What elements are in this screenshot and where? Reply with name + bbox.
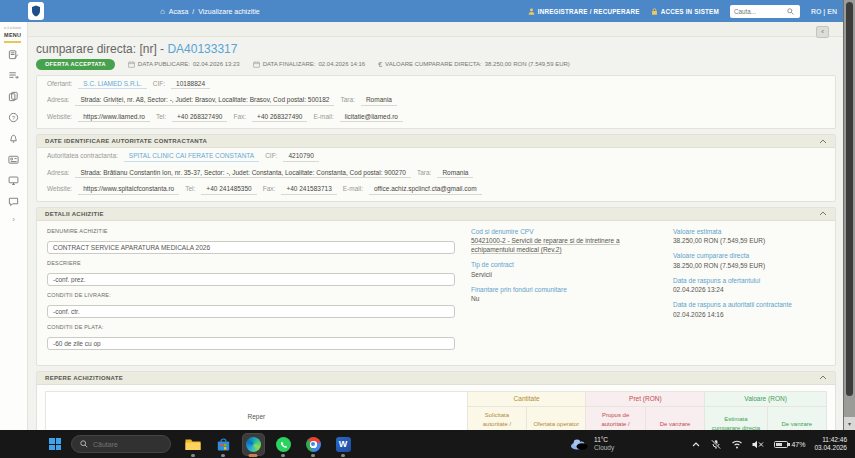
sidebar-expand-chevron[interactable]: ›	[0, 215, 27, 224]
breadcrumb-current: Vizualizare achizitie	[198, 8, 259, 15]
battery-indicator[interactable]: 47%	[774, 441, 805, 448]
ofertant-row-3: Website: https://www.liamed.ro Tel: +40 …	[37, 109, 835, 129]
vertical-scrollbar[interactable]: ▾	[843, 0, 855, 430]
site-search	[730, 5, 800, 18]
detalii-body: DENUMIRE ACHIZITIE DESCRIERE CONDITII DE…	[37, 221, 835, 365]
detalii-section-header: DETALII ACHIZITIE	[37, 208, 835, 221]
wifi-icon[interactable]	[731, 439, 743, 449]
descriere-input[interactable]	[47, 273, 455, 286]
euro-icon: €	[378, 61, 382, 68]
autoritate-tara: Romania	[437, 169, 473, 179]
detalii-info-column: Cod si denumire CPV 50421000-2 - Servici…	[471, 228, 657, 356]
scrollbar-down-button[interactable]: ▾	[844, 417, 855, 430]
sidebar-brand: e-Licitatie	[0, 22, 27, 30]
group-header-pret: Pret (RON)	[586, 391, 705, 406]
ofertant-fax: +40 268327490	[252, 113, 307, 123]
autoritate-section-header: DATE IDENTIFICARE AUTORITATE CONTRACTANT…	[37, 135, 835, 148]
news-icon[interactable]	[8, 49, 19, 60]
page-title: cumparare directa: [nr] - DA40133317	[36, 42, 836, 56]
start-button[interactable]	[49, 438, 61, 450]
whatsapp-icon	[276, 437, 291, 452]
taskbar-search[interactable]	[71, 435, 171, 453]
ofertant-cif: 10188824	[171, 80, 210, 90]
user-icon	[528, 8, 535, 15]
denumire-achizitie-input[interactable]	[47, 241, 455, 254]
data-raspuns-autoritate-group: Data de raspuns a autoritatii contractan…	[673, 301, 825, 319]
valoare-cumparare: € VALOARE CUMPARARE DIRECTA:38.250,00 RO…	[378, 61, 570, 68]
site-search-input[interactable]	[734, 8, 784, 15]
mic-muted-icon[interactable]	[710, 439, 722, 450]
taskbar-clock[interactable]: 11:42:46 03.04.2026	[814, 436, 847, 453]
chrome-app[interactable]	[301, 430, 325, 458]
cpv-group: Cod si denumire CPV 50421000-2 - Servici…	[471, 228, 657, 255]
seap-logo[interactable]	[28, 2, 44, 20]
file-explorer-app[interactable]	[181, 430, 205, 458]
search-icon[interactable]	[787, 8, 794, 15]
detalii-card: DETALII ACHIZITIE DENUMIRE ACHIZITIE DES…	[36, 207, 836, 366]
conditii-plata-input[interactable]	[47, 337, 455, 350]
svg-text:?: ?	[12, 115, 15, 121]
col-header-reper: Reper	[46, 391, 468, 430]
tip-contract-group: Tip de contract Servicii	[471, 261, 657, 279]
group-header-valoare: Valoare (RON)	[705, 391, 827, 406]
shield-icon	[31, 5, 41, 17]
collapse-chevron-icon[interactable]	[819, 139, 827, 144]
conditii-livrare-input[interactable]	[47, 305, 455, 318]
ofertant-card: Ofertant: S.C. LIAMED S.R.L. CIF: 101888…	[36, 75, 836, 130]
tip-contract-value: Servicii	[471, 270, 657, 279]
file-explorer-icon	[185, 438, 201, 451]
contact-card-icon[interactable]	[8, 154, 19, 165]
col-header-propus: Propus de autoritate / entitate	[586, 406, 645, 430]
field-label: CONDITII DE LIVRARE:	[47, 292, 455, 298]
ofertant-row-1: Ofertant: S.C. LIAMED S.R.L. CIF: 101888…	[37, 76, 835, 93]
tray-expand-chevron-icon[interactable]	[691, 440, 701, 448]
weather-condition: Cloudy	[594, 444, 614, 453]
word-icon: W	[336, 437, 351, 452]
edge-app[interactable]	[241, 430, 265, 458]
whatsapp-app[interactable]	[271, 430, 295, 458]
autoritate-row-2: Adresa: Strada: Brătianu Constantin Ion,…	[37, 165, 835, 182]
bell-icon[interactable]	[8, 133, 19, 144]
language-switch[interactable]: RO | EN	[811, 8, 837, 15]
autoritate-row-3: Website: https://www.spitalcfconstanta.r…	[37, 181, 835, 201]
copy-icon[interactable]	[8, 91, 19, 102]
autoritate-card: DATE IDENTIFICARE AUTORITATE CONTRACTANT…	[36, 134, 836, 202]
content-header-strip	[28, 22, 843, 37]
repere-table: Reper Cantitate Pret (RON) Valoare (RON)…	[45, 391, 827, 431]
microsoft-store-app[interactable]	[211, 430, 235, 458]
weather-widget[interactable]: 11°C Cloudy	[570, 430, 614, 458]
chat-icon[interactable]	[8, 196, 19, 207]
autoritate-email: office.achiz.spclincf.cta@gmail.com	[369, 185, 482, 195]
back-button[interactable]: ‹	[816, 26, 829, 38]
chrome-icon	[306, 437, 321, 452]
detalii-fields-column: DENUMIRE ACHIZITIE DESCRIERE CONDITII DE…	[47, 228, 455, 356]
clock-time: 11:42:46	[814, 436, 847, 445]
ofertant-name-link[interactable]: S.C. LIAMED S.R.L.	[78, 80, 147, 90]
volume-muted-icon[interactable]	[752, 440, 765, 449]
valoare-directa-group: Valoare cumparare directa 38.250,00 RON …	[673, 252, 825, 270]
help-icon[interactable]: ?	[8, 112, 19, 123]
taskbar-search-input[interactable]	[93, 441, 155, 448]
autoritate-name-link[interactable]: SPITAL CLINIC CAI FERATE CONSTANTA	[124, 152, 259, 162]
ofertant-tara: Romania	[361, 96, 397, 106]
edge-active-box	[243, 434, 264, 455]
word-app[interactable]: W	[331, 430, 355, 458]
monitor-icon[interactable]	[8, 175, 19, 186]
list-icon[interactable]	[8, 70, 19, 81]
access-link[interactable]: ACCES IN SISTEM	[651, 8, 719, 15]
cpv-value: 50421000-2 - Servicii de reparare si de …	[471, 236, 657, 254]
taskbar-apps: W	[181, 430, 355, 458]
topbar: ⌂ Acasa / Vizualizare achizitie INREGIST…	[0, 0, 855, 22]
lock-icon	[651, 8, 658, 15]
breadcrumb-home[interactable]: Acasa	[169, 8, 188, 15]
register-link[interactable]: INREGISTRARE / RECUPERARE	[528, 8, 640, 15]
data-publicare: DATA PUBLICARE:02.04.2026 13:23	[128, 61, 240, 68]
main-content: ‹ cumparare directa: [nr] - DA40133317 O…	[28, 22, 843, 430]
repere-body: Reper Cantitate Pret (RON) Valoare (RON)…	[37, 385, 835, 431]
ofertant-website: https://www.liamed.ro	[78, 113, 150, 123]
collapse-chevron-icon[interactable]	[819, 211, 827, 216]
collapse-chevron-icon[interactable]	[819, 375, 827, 380]
ofertant-tel: +40 268327490	[172, 113, 227, 123]
finantare-value: Nu	[471, 294, 657, 303]
scrollbar-thumb[interactable]	[846, 2, 853, 396]
